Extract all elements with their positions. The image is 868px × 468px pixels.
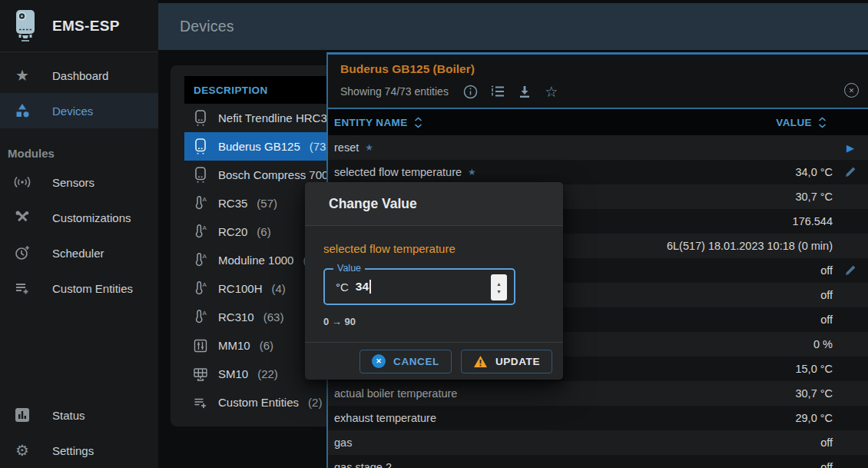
sidebar: EMS-ESP ★ Dashboard Devices Modules [0, 0, 158, 468]
list-plus-icon [192, 397, 209, 409]
page-header: Devices [158, 3, 868, 50]
boiler-icon [192, 138, 209, 154]
cancel-button[interactable]: ✕ CANCEL [359, 350, 452, 373]
text-caret [369, 280, 371, 294]
thermostat-icon: A [192, 224, 209, 239]
sensor-broadcast-icon [12, 175, 32, 189]
svg-text:A: A [203, 310, 207, 317]
table-row[interactable]: exhaust temperature 29,0 °C [328, 406, 868, 430]
thermostat-icon: A [192, 253, 209, 267]
dialog-title: Change Value [305, 182, 563, 226]
svg-text:A: A [203, 224, 207, 231]
value-input-text: 34 [356, 280, 369, 294]
column-value[interactable]: VALUE [776, 117, 856, 128]
column-entity-name[interactable]: ENTITY NAME [334, 117, 422, 128]
page-title: Devices [180, 18, 234, 35]
star-icon: ★ [12, 66, 32, 85]
sidebar-item-label: Sensors [52, 176, 94, 189]
sidebar-item-label: Devices [52, 105, 93, 118]
table-row[interactable]: reset★ ▶ [328, 135, 868, 160]
sidebar-item-label: Custom Entities [52, 282, 133, 295]
boiler-logo-icon [9, 8, 41, 45]
edit-pencil-icon[interactable] [844, 166, 856, 178]
gear-icon: ⚙ [12, 441, 32, 460]
value-input-label: Value [333, 263, 365, 274]
table-row[interactable]: gas off [328, 430, 868, 455]
thermostat-icon: A [192, 196, 209, 211]
spinner-up-icon[interactable]: ▲ [496, 281, 502, 287]
favorites-filter-star-icon[interactable]: ☆ [544, 84, 559, 99]
close-panel-icon[interactable]: ✕ [844, 83, 859, 98]
mixer-icon [192, 339, 209, 353]
favorite-star-icon: ★ [468, 167, 476, 178]
value-input[interactable]: Value °C 34 ▲ ▼ [323, 268, 515, 305]
boiler-icon [192, 167, 209, 183]
clock-plus-icon [12, 245, 32, 261]
sidebar-item-customizations[interactable]: Customizations [0, 200, 158, 235]
numbered-list-icon[interactable] [490, 84, 505, 99]
spinner-down-icon[interactable]: ▼ [496, 289, 502, 294]
run-command-icon[interactable]: ▶ [846, 142, 854, 154]
entities-toolbar: Showing 74/73 entities ☆ ✕ [328, 78, 868, 109]
edit-pencil-icon[interactable] [844, 264, 856, 277]
sort-icon [414, 117, 422, 128]
sort-icon [818, 117, 827, 128]
warning-triangle-icon [473, 355, 488, 368]
sidebar-item-label: Scheduler [52, 247, 104, 260]
sidebar-item-dashboard[interactable]: ★ Dashboard [0, 58, 158, 93]
entities-panel-title: Buderus GB125 (Boiler) [328, 55, 868, 78]
solar-panel-icon [192, 367, 209, 381]
svg-text:A: A [203, 196, 207, 203]
entities-table-header: ENTITY NAME VALUE [328, 109, 868, 135]
sidebar-item-custom-entities[interactable]: Custom Entities [0, 271, 158, 306]
category-icon [12, 103, 32, 118]
change-value-dialog: Change Value selected flow temperature V… [305, 182, 563, 380]
tools-icon [12, 210, 32, 225]
dialog-entity-name: selected flow temperature [323, 242, 545, 255]
dialog-footer: ✕ CANCEL UPDATE [305, 342, 563, 380]
sidebar-item-scheduler[interactable]: Scheduler [0, 235, 158, 271]
status-chart-icon [12, 407, 32, 423]
thermostat-icon: A [192, 281, 209, 296]
thermostat-icon: A [192, 310, 209, 324]
sidebar-item-devices[interactable]: Devices [0, 93, 158, 128]
showing-entities-count: Showing 74/73 entities [340, 85, 449, 98]
table-row[interactable]: gas stage 2 off [328, 455, 868, 468]
info-icon[interactable] [463, 84, 479, 99]
app-logo-area: EMS-ESP [0, 0, 158, 52]
sidebar-item-settings[interactable]: ⚙ Settings [0, 433, 158, 468]
value-range-hint: 0 → 90 [323, 316, 545, 327]
favorite-star-icon: ★ [365, 142, 373, 153]
sidebar-item-label: Settings [52, 444, 94, 457]
svg-text:A: A [203, 253, 207, 260]
update-button[interactable]: UPDATE [461, 350, 552, 373]
sidebar-item-label: Dashboard [52, 69, 108, 82]
sidebar-item-sensors[interactable]: Sensors [0, 164, 158, 200]
sidebar-item-label: Customizations [52, 211, 131, 224]
cancel-x-icon: ✕ [372, 354, 386, 368]
number-spinner[interactable]: ▲ ▼ [491, 274, 507, 300]
app-title: EMS-ESP [52, 18, 120, 35]
boiler-icon [192, 110, 209, 126]
value-unit: °C [336, 280, 349, 294]
list-plus-icon [12, 281, 32, 295]
sidebar-item-label: Status [52, 409, 85, 422]
download-icon[interactable] [517, 84, 532, 99]
table-row[interactable]: actual boiler temperature 30,7 °C [328, 381, 868, 406]
table-row[interactable]: selected flow temperature★ 34,0 °C [328, 160, 868, 184]
sidebar-item-status[interactable]: Status [0, 397, 158, 433]
modules-section-label: Modules [8, 147, 158, 160]
svg-text:A: A [203, 281, 207, 288]
